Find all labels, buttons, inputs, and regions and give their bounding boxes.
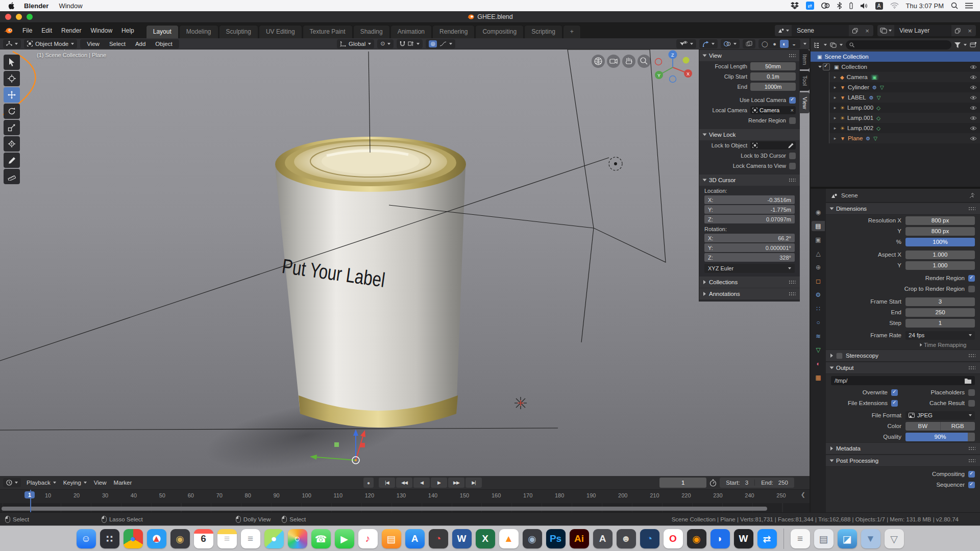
outliner-row-collection[interactable]: ▣ Collection — [811, 62, 980, 72]
resolution-percent-slider[interactable]: 100% — [905, 238, 975, 246]
scene-unlink-button[interactable]: × — [861, 25, 873, 36]
outliner-row-scene-collection[interactable]: ▣ Scene Collection — [811, 52, 980, 62]
workspace-tab[interactable]: Scripting — [524, 25, 562, 38]
dock-item[interactable]: W — [452, 529, 472, 548]
eye-icon[interactable] — [970, 126, 977, 131]
outliner-object-row[interactable]: ▸ ▼ LABEL ▣ ⚙ ▽ ◇ — [829, 92, 980, 103]
timeline-menu-item[interactable]: Marker — [110, 480, 136, 486]
dock-item[interactable]: ≡ — [241, 529, 260, 548]
properties-tab[interactable]: △ — [812, 248, 825, 259]
transform-orientation-selector[interactable]: Global — [337, 39, 374, 48]
workspace-tab[interactable]: Compositing — [475, 25, 524, 38]
outliner-object-row[interactable]: ▸ ▼ Plane ▣ ⚙ ▽ ◇ — [829, 133, 980, 143]
workspace-tab[interactable]: + — [563, 25, 581, 38]
frame-end-field[interactable]: 250 — [905, 308, 975, 317]
outliner-object-row[interactable]: ▸ ☀ Lamp.002 ▣ ⚙ ▽ ◇ — [829, 123, 980, 133]
pivot-point-selector[interactable]: ⊙ — [377, 39, 394, 48]
file-extensions-checkbox[interactable] — [891, 400, 898, 407]
aspect-y-field[interactable]: 1.000 — [905, 261, 975, 270]
timeline-menu-item[interactable]: Playback — [23, 480, 60, 486]
collection-checkbox[interactable] — [823, 63, 830, 70]
outliner-object-row[interactable]: ▸ ▼ Cylinder ▣ ⚙ ▽ ◇ — [829, 82, 980, 92]
dock-item[interactable]: ○ — [288, 529, 307, 548]
bluetooth-icon[interactable] — [837, 2, 842, 9]
lock-camera-to-view-checkbox[interactable] — [789, 163, 796, 169]
transport-button[interactable]: ▶▶ — [448, 478, 464, 488]
current-frame-field[interactable]: 1 — [659, 478, 706, 488]
clip-start-field[interactable]: 0.1m — [750, 72, 796, 81]
outliner-display-mode-icon[interactable] — [830, 42, 837, 48]
outliner-object-row[interactable]: ▸ ☀ Lamp.000 ▣ ⚙ ▽ ◇ — [829, 103, 980, 113]
spotlight-search-icon[interactable] — [951, 2, 958, 9]
viewport-menu-item[interactable]: Select — [106, 41, 129, 47]
dock-item[interactable]: Ps — [546, 529, 566, 548]
dock-item[interactable]: ◉ — [523, 529, 542, 548]
crop-region-checkbox[interactable] — [968, 286, 975, 292]
properties-tab[interactable]: ○ — [812, 317, 825, 328]
collections-panel-header[interactable]: Collections — [699, 276, 800, 288]
sequencer-checkbox[interactable] — [968, 482, 975, 488]
rotation-mode-dropdown[interactable]: XYZ Euler — [704, 264, 795, 273]
overwrite-checkbox[interactable] — [891, 389, 898, 396]
filter-icon[interactable] — [954, 42, 961, 48]
post-processing-panel-header[interactable]: Post Processing — [826, 455, 980, 467]
topbar-menu-item[interactable]: Help — [117, 23, 139, 38]
wifi-icon[interactable] — [890, 3, 899, 9]
workspace-tab[interactable]: Rendering — [432, 25, 475, 38]
resolution-x-field[interactable]: 800 px — [905, 216, 975, 225]
dock-item[interactable]: ▤ — [814, 529, 834, 548]
dock-item[interactable]: ▼ — [861, 529, 880, 548]
properties-tab[interactable]: ▣ — [812, 235, 825, 245]
measure-tool[interactable] — [4, 169, 20, 184]
dock-item[interactable]: ≡ — [791, 529, 810, 548]
dock-item[interactable]: W — [734, 529, 753, 548]
transform-tool[interactable] — [4, 136, 20, 152]
volume-icon[interactable] — [861, 3, 868, 9]
view-layer-browse-icon[interactable] — [877, 25, 894, 36]
location-field[interactable]: X:-0.3516m — [704, 195, 795, 204]
frame-start-field[interactable]: 3 — [905, 297, 975, 306]
dock-item[interactable]: ♪ — [358, 529, 378, 548]
topbar-menu-item[interactable]: Render — [57, 23, 86, 38]
lock-to-3d-cursor-checkbox[interactable] — [789, 153, 796, 159]
frame-rate-dropdown[interactable]: 24 fps — [905, 331, 975, 340]
shading-mode-button[interactable]: ◒ — [790, 40, 798, 48]
panel-grip[interactable] — [789, 292, 796, 296]
creative-cloud-icon[interactable] — [821, 2, 830, 9]
panel-grip[interactable] — [789, 178, 796, 182]
outliner-object-row[interactable]: ▸ ☀ Lamp.001 ▣ ⚙ ▽ ◇ — [829, 113, 980, 123]
panel-grip[interactable] — [789, 280, 796, 284]
n-panel-tab[interactable]: View — [799, 92, 810, 114]
pin-icon[interactable] — [969, 192, 975, 198]
visibility-toggles[interactable] — [676, 39, 696, 48]
shading-mode-button[interactable]: ◯ — [761, 40, 769, 48]
dock-item[interactable]: ◉ — [687, 529, 706, 548]
battery-icon[interactable] — [849, 2, 853, 9]
dock-item[interactable]: ☻ — [617, 529, 636, 548]
shading-mode-button[interactable]: ● — [770, 40, 779, 48]
view-lock-panel-header[interactable]: View Lock — [699, 129, 800, 140]
workspace-tab[interactable]: Animation — [390, 25, 432, 38]
resolution-y-field[interactable]: 800 px — [905, 227, 975, 236]
gizmos-toggle[interactable] — [699, 39, 718, 48]
cursor-tool[interactable] — [4, 71, 20, 86]
dock-item[interactable]: ▲ — [499, 529, 519, 548]
snap-toggle[interactable] — [397, 39, 423, 48]
color-bw-button[interactable]: BW — [905, 422, 941, 431]
viewport-menu-item[interactable]: Object — [152, 41, 176, 47]
rotation-field[interactable]: Y:0.000001° — [704, 243, 795, 252]
viewport-3d[interactable]: Object Mode ViewSelectAddObject Global ⊙… — [0, 38, 810, 476]
output-path-field[interactable]: /tmp/ — [831, 376, 975, 385]
timeline-track[interactable] — [0, 503, 810, 512]
transport-button[interactable]: ◀◀ — [396, 478, 412, 488]
scene-browse-icon[interactable] — [775, 25, 792, 36]
dock-item[interactable]: ◗ — [710, 529, 730, 548]
shading-mode-button[interactable]: ◐ — [780, 40, 789, 48]
timeline-menu-item[interactable]: Keying — [60, 480, 90, 486]
3d-cursor-panel-header[interactable]: 3D Cursor — [699, 174, 800, 186]
render-region-checkbox[interactable] — [968, 275, 975, 282]
rotation-field[interactable]: Z:328° — [704, 253, 795, 262]
quality-slider[interactable]: 90% — [905, 433, 975, 441]
view-panel-header[interactable]: View — [699, 49, 800, 61]
view-layer-remove-button[interactable]: × — [964, 25, 976, 36]
